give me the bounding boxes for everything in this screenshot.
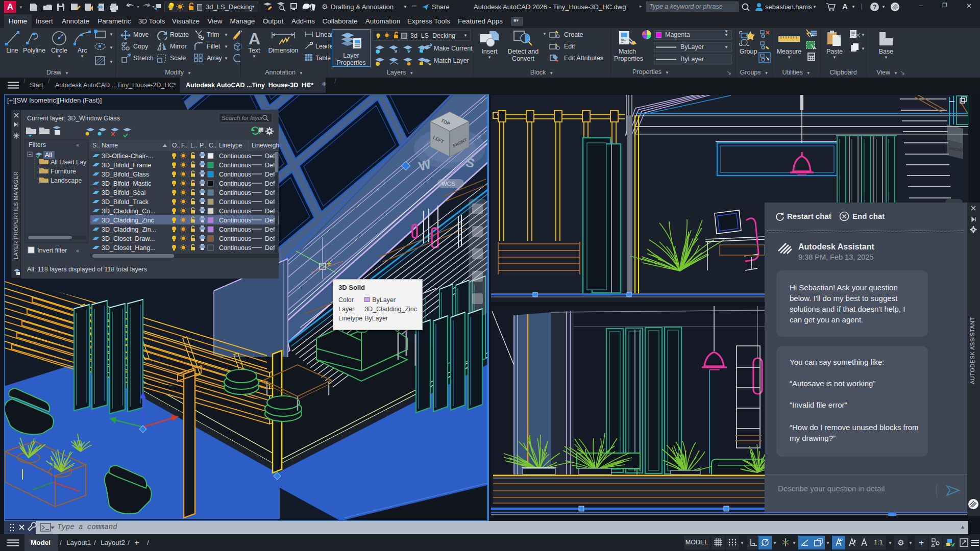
svg-text:▼: ▼ bbox=[152, 5, 155, 9]
svg-text:3D_Cladding_Zinc: 3D_Cladding_Zinc bbox=[102, 217, 154, 224]
svg-text:Lineweigh: Lineweigh bbox=[252, 142, 279, 149]
svg-text:Continuous: Continuous bbox=[219, 153, 251, 160]
svg-text:Landscape: Landscape bbox=[51, 177, 82, 184]
svg-text:?: ? bbox=[873, 4, 876, 11]
svg-text:3D_Bifold_Frame: 3D_Bifold_Frame bbox=[102, 162, 151, 169]
svg-text:All: 118 layers displayed of 1: All: 118 layers displayed of 118 total l… bbox=[27, 266, 147, 273]
svg-text:3D-Office-Chair-...: 3D-Office-Chair-... bbox=[102, 153, 153, 160]
svg-text:Current layer: 3D_Window Glass: Current layer: 3D_Window Glass bbox=[27, 115, 120, 122]
svg-text:«: « bbox=[76, 142, 79, 148]
svg-text:Continuous: Continuous bbox=[219, 244, 251, 252]
svg-text:Invert filter: Invert filter bbox=[37, 247, 67, 254]
svg-text:[+][SW Isometric][Hidden (Fast: [+][SW Isometric][Hidden (Fast)] bbox=[7, 96, 102, 104]
svg-text:Furniture: Furniture bbox=[51, 168, 76, 175]
svg-text:▼: ▼ bbox=[109, 60, 113, 64]
svg-text:Name: Name bbox=[102, 142, 118, 149]
svg-text:3D_Bifold_Glass: 3D_Bifold_Glass bbox=[102, 171, 149, 178]
svg-text:3D_Closet_Draw...: 3D_Closet_Draw... bbox=[102, 235, 155, 242]
svg-text:All Used Lay: All Used Lay bbox=[51, 159, 87, 166]
svg-text:Continuous: Continuous bbox=[219, 180, 251, 187]
svg-text:Search for layer: Search for layer bbox=[222, 115, 263, 121]
svg-text:3D_Cladding_Zin...: 3D_Cladding_Zin... bbox=[102, 226, 156, 233]
svg-text:Continuous: Continuous bbox=[219, 208, 251, 215]
svg-text:Continuous: Continuous bbox=[219, 235, 251, 242]
svg-text:S..: S.. bbox=[92, 142, 100, 149]
svg-text:Continuous: Continuous bbox=[219, 189, 251, 196]
svg-text:3D_Bifold_Mastic: 3D_Bifold_Mastic bbox=[102, 180, 151, 187]
svg-text:3D_Closet_Hang...: 3D_Closet_Hang... bbox=[102, 244, 156, 252]
svg-text:WCS: WCS bbox=[442, 181, 455, 187]
svg-text:A: A bbox=[249, 30, 260, 46]
svg-text:Continuous: Continuous bbox=[219, 226, 251, 233]
svg-text:▼: ▼ bbox=[861, 33, 864, 37]
svg-text:3D_Bifold_Seal: 3D_Bifold_Seal bbox=[102, 189, 145, 196]
svg-text:Linetype: Linetype bbox=[219, 142, 242, 149]
svg-text:Continuous: Continuous bbox=[219, 198, 251, 206]
svg-text:F..: F.. bbox=[181, 142, 188, 149]
svg-text:Continuous: Continuous bbox=[219, 162, 251, 169]
svg-text:▼: ▼ bbox=[861, 46, 865, 51]
svg-text:L..: L.. bbox=[190, 142, 197, 149]
svg-text:«: « bbox=[76, 247, 79, 254]
svg-text:All: All bbox=[45, 152, 52, 159]
svg-text:Continuous: Continuous bbox=[219, 217, 251, 224]
svg-text:▼: ▼ bbox=[109, 45, 113, 50]
svg-text:P..: P.. bbox=[200, 142, 206, 149]
svg-text:▼: ▼ bbox=[109, 32, 113, 37]
svg-text:3D_Cladding_Co...: 3D_Cladding_Co... bbox=[102, 208, 156, 215]
svg-text:Filters: Filters bbox=[29, 141, 46, 148]
svg-text:3D_Bifold_Track: 3D_Bifold_Track bbox=[102, 198, 149, 206]
svg-text:Continuous: Continuous bbox=[219, 171, 251, 178]
svg-text:C..: C.. bbox=[209, 142, 216, 149]
svg-text:▼: ▼ bbox=[136, 5, 140, 9]
